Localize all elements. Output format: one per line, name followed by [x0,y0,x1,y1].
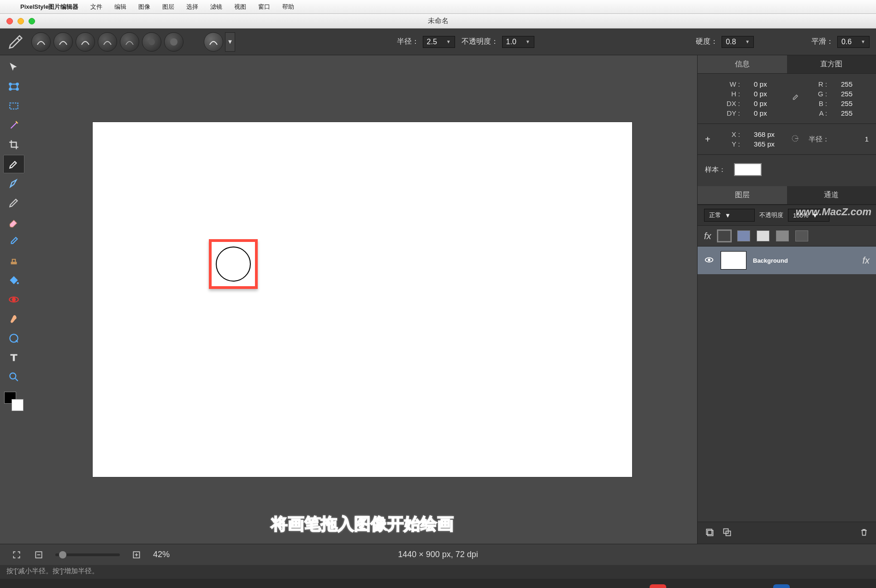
text-tool[interactable] [3,348,24,367]
layer-mode-1[interactable] [718,230,731,241]
duplicate-layer-button[interactable] [722,528,732,538]
layer-mode-4[interactable] [776,230,789,241]
brush-preset-group [31,32,183,52]
hardness-input[interactable]: 0.8▼ [722,36,754,48]
smoothing-label: 平滑： [811,37,834,47]
brush-preset-5[interactable] [120,32,139,52]
redeye-tool[interactable] [3,290,24,309]
transform-tool[interactable] [3,77,24,96]
menu-edit[interactable]: 编辑 [114,3,126,11]
fullscreen-icon[interactable] [11,549,22,560]
brush-tool[interactable] [3,155,24,173]
svg-point-11 [12,298,16,301]
fx-label[interactable]: fx [704,231,711,241]
brush-preset-7[interactable] [164,32,183,52]
tab-layers[interactable]: 图层 [698,186,787,204]
shape-tool[interactable] [3,329,24,347]
layer-fx-row: fx [698,226,876,247]
tab-histogram[interactable]: 直方图 [787,55,876,73]
opacity-input[interactable]: 1.0▼ [502,36,534,48]
layer-visibility-icon[interactable] [704,255,714,266]
menu-select[interactable]: 选择 [186,3,198,11]
svg-point-9 [17,282,19,284]
eraser-tool[interactable] [3,213,24,231]
brush-preset-3[interactable] [76,32,95,52]
clone-stamp-tool[interactable] [3,252,24,270]
layer-mode-3[interactable] [757,230,769,241]
canvas[interactable] [93,122,632,477]
pen-brush-tool[interactable] [3,174,24,193]
tool-palette [0,55,28,544]
svg-point-6 [16,88,18,90]
menu-filter[interactable]: 滤镜 [210,3,222,11]
promo-remove-bg[interactable]: ✂ Remove Background(Paid) [650,584,755,588]
menu-file[interactable]: 文件 [90,3,102,11]
layer-fx-icon[interactable]: fx [862,255,870,266]
zoom-in-button[interactable] [131,549,142,560]
brush-preset-2[interactable] [53,32,73,52]
color-swatches[interactable] [4,392,24,411]
background-color[interactable] [12,399,24,411]
zoom-tool[interactable] [3,368,24,386]
layer-opacity-label: 不透明度 [759,211,783,219]
layer-name[interactable]: Background [753,257,856,264]
pencil-tool[interactable] [3,194,24,212]
paint-bucket-tool[interactable] [3,271,24,289]
window-zoom-button[interactable] [29,18,35,24]
info-panel: W :0 px H :0 px DX :0 px DY :0 px R :255… [698,74,876,186]
layer-mode-5[interactable] [795,230,808,241]
sample-swatch[interactable] [734,163,762,176]
blend-mode-select[interactable]: 正常▼ [704,209,755,222]
tab-info[interactable]: 信息 [698,55,787,73]
layer-opacity-input[interactable]: 100%▼ [788,209,829,222]
active-brush-selector[interactable]: ▼ [204,32,235,52]
menu-window[interactable]: 窗口 [258,3,270,11]
promo-vector[interactable]: Sv Image to Vector(Paid) [773,584,862,588]
smudge-tool[interactable] [3,310,24,328]
marquee-tool[interactable] [3,97,24,115]
brush-preset-6[interactable] [142,32,161,52]
brush-preset-4[interactable] [98,32,117,52]
svg-point-0 [148,39,155,45]
crop-tool[interactable] [3,135,24,154]
window-minimize-button[interactable] [18,18,24,24]
brush-dropdown-button[interactable]: ▼ [225,32,235,52]
layer-mode-2[interactable] [737,230,750,241]
eyedropper-tool[interactable] [3,232,24,251]
layer-item[interactable]: Background fx [698,247,876,274]
window-title: 未命名 [428,17,449,25]
menu-image[interactable]: 图像 [138,3,150,11]
menu-help[interactable]: 帮助 [282,3,294,11]
radius-input[interactable]: 2.5▼ [423,36,455,48]
zoom-slider[interactable] [55,553,120,556]
right-panel: 信息 直方图 W :0 px H :0 px DX :0 px DY :0 px… [697,55,876,544]
svg-rect-7 [10,103,18,109]
menu-view[interactable]: 视图 [234,3,246,11]
smoothing-input[interactable]: 0.6▼ [837,36,870,48]
mac-menubar: PixelStyle图片编辑器 文件 编辑 图像 图层 选择 滤镜 视图 窗口 … [0,0,876,14]
brush-preset-1[interactable] [31,32,51,52]
scissors-icon: ✂ [650,584,666,588]
new-layer-button[interactable] [705,528,714,538]
canvas-viewport[interactable]: 将画笔拖入图像开始绘画 [28,55,697,544]
opacity-label: 不透明度： [462,37,498,47]
radius-label: 半径： [397,37,419,47]
brush-tool-icon [6,33,25,51]
annotation-text: 将画笔拖入图像开始绘画 [271,513,454,535]
sample-label: 样本： [705,165,726,174]
zoom-out-button[interactable] [33,549,44,560]
app-menu[interactable]: PixelStyle图片编辑器 [20,3,78,11]
layer-thumbnail [721,251,746,270]
eyedropper-icon [791,94,799,104]
menu-layer[interactable]: 图层 [162,3,174,11]
svg-point-5 [9,88,11,90]
tab-channels[interactable]: 通道 [787,186,876,204]
layer-footer [698,522,876,544]
magic-wand-tool[interactable] [3,116,24,135]
move-tool[interactable] [3,58,24,76]
delete-layer-button[interactable] [859,528,869,538]
svg-point-3 [9,83,11,85]
window-close-button[interactable] [6,18,13,24]
active-brush-icon [204,32,223,52]
svg-rect-8 [11,262,17,264]
